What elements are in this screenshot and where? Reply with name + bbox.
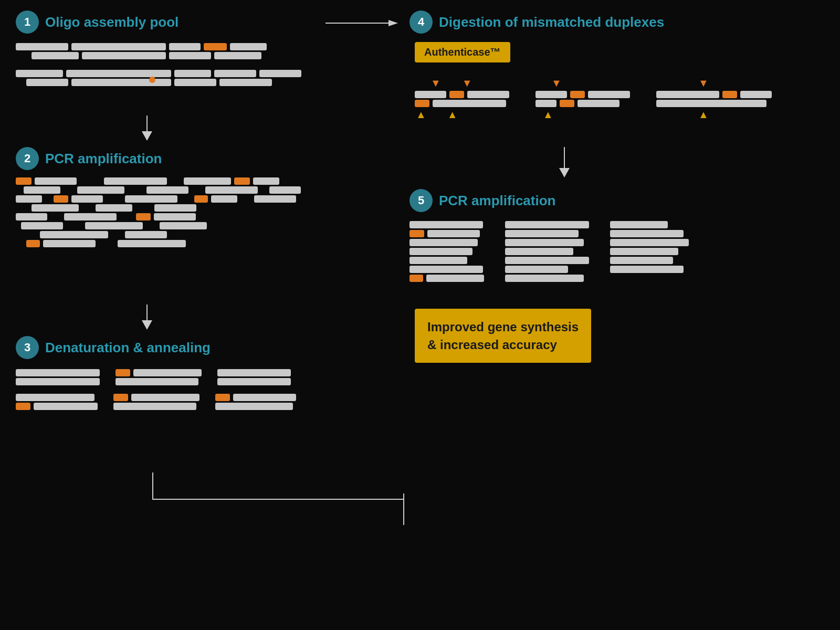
step4-area: 4 Digestion of mismatched duplexes Authe…: [410, 10, 819, 121]
step4-title: Digestion of mismatched duplexes: [439, 14, 664, 30]
step2-circle: 2: [16, 147, 39, 170]
arrow2-3: [139, 304, 155, 333]
step1-to-step4-arrow: [326, 19, 399, 27]
step1-circle: 1: [16, 10, 39, 34]
arrow1-2: [139, 116, 155, 144]
connector-vert-bottom: [152, 472, 153, 499]
step3-circle: 3: [16, 336, 39, 359]
denat-strands: [16, 368, 331, 412]
step2-area: 2 PCR amplification: [16, 147, 331, 249]
oligo-rows-2: [16, 70, 320, 86]
step3-header: 3 Denaturation & annealing: [16, 336, 331, 359]
step2-header: 2 PCR amplification: [16, 147, 331, 170]
step1-title: Oligo assembly pool: [45, 14, 178, 30]
connector-horiz-bottom: [152, 499, 404, 500]
step5-header: 5 PCR amplification: [410, 189, 819, 212]
step5-area: 5 PCR amplification: [410, 189, 819, 363]
step1-header: 1 Oligo assembly pool: [16, 10, 320, 34]
svg-marker-3: [142, 320, 152, 330]
pcr1-strands: [16, 177, 331, 247]
svg-marker-1: [142, 131, 152, 141]
step3-area: 3 Denaturation & annealing: [16, 336, 331, 412]
step4-circle: 4: [410, 10, 433, 34]
diagram-container: 1 Oligo assembly pool: [0, 0, 840, 630]
step2-title: PCR amplification: [45, 151, 162, 167]
step5-circle: 5: [410, 189, 433, 212]
oligo-rows-1: [16, 43, 320, 59]
svg-marker-4: [388, 20, 398, 26]
pcr2-strands: [410, 219, 819, 284]
result-line1: Improved gene synthesis: [427, 320, 579, 334]
svg-marker-6: [559, 168, 570, 177]
step4-header: 4 Digestion of mismatched duplexes: [410, 10, 819, 34]
result-line2: & increased accuracy: [427, 338, 557, 352]
arrow4-5: [556, 147, 572, 181]
step3-title: Denaturation & annealing: [45, 340, 211, 356]
connector-in: [403, 494, 404, 504]
step1-area: 1 Oligo assembly pool: [16, 10, 320, 88]
authenticase-badge: Authenticase™: [415, 42, 510, 62]
step5-title: PCR amplification: [439, 193, 555, 209]
mismatch-duplexes: ▼ ▼ ▲ ▲ ▼ ▲: [415, 77, 819, 121]
result-box: Improved gene synthesis & increased accu…: [415, 309, 591, 363]
